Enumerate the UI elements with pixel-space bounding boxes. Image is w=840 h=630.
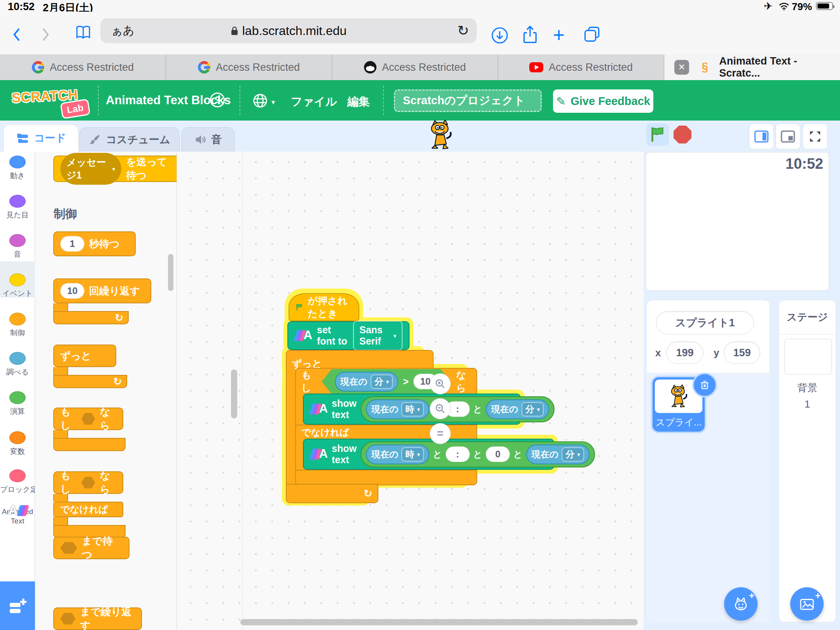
number-input[interactable]: 10	[60, 283, 84, 299]
join-operator[interactable]: 現在の 時 ▾ と : と 現在の 分 ▾	[360, 396, 555, 422]
add-extension-button[interactable]	[0, 581, 35, 630]
current-minute-reporter[interactable]: 現在の 分 ▾	[526, 444, 590, 464]
help-icon[interactable]: ?	[210, 93, 225, 107]
y-position-input[interactable]: 159	[724, 341, 760, 364]
url-bar[interactable]: ぁあ lab.scratch.mit.edu ↻	[100, 18, 477, 43]
browser-tab-active[interactable]: ✕ § Animated Text - Scratc...	[664, 54, 840, 80]
tab-sounds[interactable]: 音	[181, 127, 235, 152]
browser-tab[interactable]: Access Restricted	[332, 54, 498, 80]
condition-slot[interactable]	[60, 542, 77, 554]
stage-selector-panel[interactable]: ステージ 背景 1	[779, 300, 836, 622]
palette-scrollbar[interactable]	[168, 254, 173, 291]
current-hour-reporter[interactable]: 現在の 時 ▾	[366, 444, 429, 464]
language-globe-icon[interactable]	[252, 93, 268, 109]
tab-code-label: コード	[34, 131, 66, 145]
tab-code[interactable]: コード	[3, 124, 79, 152]
code-canvas[interactable]: が押されたとき A set font to Sans Serif ▾ ずっと も…	[177, 152, 644, 630]
sensing-category-icon	[9, 352, 26, 365]
stage[interactable]: 10:52	[646, 152, 829, 291]
unit-dropdown[interactable]: 分 ▾	[371, 374, 393, 389]
broadcast-dropdown[interactable]: メッセージ1 ▾	[60, 153, 121, 185]
backdrop-thumbnail[interactable]	[784, 339, 832, 374]
menu-edit[interactable]: 編集	[347, 94, 370, 110]
browser-tab[interactable]: Access Restricted	[0, 54, 166, 80]
repeat-until-block[interactable]: まで繰り返す	[53, 607, 142, 630]
text-input[interactable]: :	[446, 446, 470, 462]
repeat-block[interactable]: 10 回繰り返す ↻	[53, 278, 151, 303]
unit-value: 時	[405, 448, 414, 460]
reload-icon[interactable]: ↻	[457, 23, 469, 39]
add-backdrop-button[interactable]: +	[790, 587, 824, 621]
sidebar-item-animated-text[interactable]: A Animated Text	[0, 504, 35, 525]
forward-icon[interactable]	[40, 27, 51, 42]
wait-seconds-block[interactable]: 1 秒待つ	[53, 231, 136, 256]
text-size-button[interactable]: ぁあ	[111, 23, 134, 38]
sidebar-item-control[interactable]: 制御	[0, 313, 35, 338]
category-label: 変数	[0, 446, 35, 457]
unit-dropdown[interactable]: 時 ▾	[401, 402, 424, 416]
broadcast-and-wait-block[interactable]: メッセージ1 ▾ を送って待つ	[53, 156, 177, 182]
tab-costumes[interactable]: コスチューム	[79, 127, 180, 152]
show-text-block[interactable]: A show text 現在の 時 ▾ と : と 現在の 分 ▾	[303, 394, 521, 425]
delete-sprite-button[interactable]	[692, 373, 717, 397]
scratch-cat-sprite[interactable]	[426, 120, 455, 150]
sidebar-item-looks[interactable]: 見た目	[0, 195, 35, 220]
browser-tab[interactable]: Access Restricted	[166, 54, 332, 80]
add-sprite-button[interactable]: +	[724, 587, 758, 621]
sprite-name-input[interactable]: スプライト1	[656, 311, 754, 334]
sidebar-item-sound[interactable]: 音	[0, 234, 35, 259]
canvas-vertical-scrollbar[interactable]	[231, 369, 237, 418]
back-icon[interactable]	[12, 27, 22, 42]
give-feedback-button[interactable]: ✎ Give Feedback	[553, 89, 653, 113]
sidebar-item-motion[interactable]: 動き	[0, 156, 35, 181]
unit-dropdown[interactable]: 時 ▾	[401, 447, 424, 462]
canvas-horizontal-scrollbar[interactable]	[240, 619, 638, 625]
show-text-block[interactable]: A show text 現在の 時 ▾ と : と 0 と 現在の	[303, 439, 554, 470]
events-category-icon	[9, 273, 26, 286]
zoom-out-button[interactable]	[430, 398, 451, 419]
forever-block[interactable]: ずっと ↻	[53, 345, 116, 367]
condition-slot[interactable]	[81, 477, 95, 488]
sprite-tile-selected[interactable]: スプライ...	[653, 377, 705, 432]
close-tab-icon[interactable]: ✕	[674, 60, 689, 75]
if-block[interactable]: もし なら	[53, 408, 123, 430]
chevron-down-icon[interactable]: ▾	[271, 98, 275, 107]
font-dropdown[interactable]: Sans Serif ▾	[353, 321, 402, 350]
text-input[interactable]: 0	[486, 446, 510, 462]
unit-dropdown[interactable]: 分 ▾	[562, 447, 584, 462]
zoom-in-button[interactable]	[430, 373, 451, 394]
green-flag-button[interactable]	[646, 123, 669, 146]
sidebar-item-operators[interactable]: 演算	[0, 391, 35, 416]
current-minute-reporter[interactable]: 現在の 分 ▾	[335, 372, 398, 392]
menu-file[interactable]: ファイル	[291, 94, 337, 110]
tabs-overview-icon[interactable]	[583, 25, 601, 44]
new-tab-icon[interactable]: +	[553, 23, 565, 47]
zoom-reset-button[interactable]: =	[430, 423, 451, 444]
number-input[interactable]: 1	[60, 236, 84, 252]
download-icon[interactable]	[491, 26, 509, 44]
current-hour-reporter[interactable]: 現在の 時 ▾	[366, 399, 429, 419]
large-stage-layout-button[interactable]	[775, 124, 800, 149]
browser-tab[interactable]: Access Restricted	[498, 54, 664, 80]
join-operator[interactable]: 現在の 時 ▾ と : と 0 と 現在の 分 ▾	[360, 441, 595, 467]
unit-dropdown[interactable]: 分 ▾	[522, 402, 544, 416]
divider	[240, 86, 240, 115]
wait-until-block[interactable]: まで待つ	[53, 537, 130, 559]
sidebar-item-sensing[interactable]: 調べる	[0, 352, 35, 377]
x-position-input[interactable]: 199	[666, 341, 704, 364]
sidebar-item-events[interactable]: イベント	[0, 273, 35, 299]
bookmarks-icon[interactable]	[75, 24, 92, 40]
condition-slot[interactable]	[81, 413, 95, 425]
share-icon[interactable]	[522, 25, 538, 44]
project-name-input[interactable]: Scratchのプロジェクト	[394, 89, 542, 112]
sidebar-item-myblocks[interactable]: ブロック定義	[0, 469, 35, 495]
condition-slot[interactable]	[60, 613, 75, 625]
current-minute-reporter[interactable]: 現在の 分 ▾	[486, 399, 549, 419]
when-flag-clicked-block[interactable]: が押されたとき	[289, 293, 359, 321]
set-font-block[interactable]: A set font to Sans Serif ▾	[287, 321, 410, 350]
stop-button[interactable]	[674, 126, 691, 144]
fullscreen-button[interactable]	[803, 124, 828, 149]
sidebar-item-variables[interactable]: 変数	[0, 431, 35, 457]
if-else-block[interactable]: もし なら でなければ	[53, 471, 123, 494]
small-stage-layout-button[interactable]	[749, 124, 774, 149]
